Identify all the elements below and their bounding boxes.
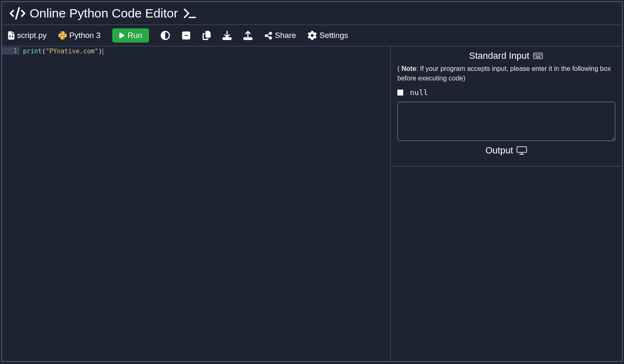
share-button[interactable]: Share [264, 31, 296, 40]
page-title: Online Python Code Editor [30, 6, 178, 20]
line-number: 1 [2, 47, 20, 55]
monitor-icon [516, 146, 527, 155]
keyboard-icon [533, 52, 543, 60]
copy-icon [202, 31, 211, 40]
code-line: print("PYnative.com") [23, 47, 390, 55]
minus-square-icon [182, 31, 191, 40]
download-icon [222, 31, 232, 40]
toolbar: script.py Python 3 Run [2, 25, 622, 46]
file-code-icon [8, 31, 15, 40]
svg-rect-12 [517, 147, 527, 153]
stop-icon [397, 90, 403, 95]
stdin-note: ( Note: If your program accepts input, p… [397, 64, 615, 83]
code-area[interactable]: print("PYnative.com") [23, 46, 390, 361]
settings-label: Settings [319, 31, 348, 40]
filename-label: script.py [17, 31, 47, 40]
download-button[interactable] [222, 31, 232, 40]
token-open-paren: ( [42, 48, 45, 55]
null-label: null [410, 88, 428, 97]
stdin-input[interactable] [397, 102, 615, 141]
gutter: 1 [2, 46, 23, 361]
filename-item[interactable]: script.py [8, 31, 47, 40]
language-item[interactable]: Python 3 [58, 31, 101, 40]
stdin-title-text: Standard Input [469, 50, 529, 61]
stdin-title: Standard Input [397, 50, 615, 61]
token-close-paren: ) [99, 48, 102, 55]
upload-icon [243, 31, 253, 40]
language-label: Python 3 [69, 31, 101, 40]
right-pane: Standard Input ( Note: If your program a… [390, 46, 622, 361]
run-button[interactable]: Run [112, 28, 149, 43]
terminal-icon [184, 8, 196, 19]
share-icon [264, 31, 273, 40]
app-frame: Online Python Code Editor script.py Pyth… [1, 1, 623, 362]
copy-button[interactable] [202, 31, 211, 40]
null-indicator: null [397, 88, 615, 97]
settings-button[interactable]: Settings [308, 31, 348, 40]
output-section [391, 166, 622, 361]
token-string: "PYnative.com" [45, 48, 98, 55]
contrast-icon [161, 31, 170, 40]
main: 1 print("PYnative.com") Standard Input (… [2, 46, 622, 361]
token-function: print [23, 48, 42, 55]
editor-pane[interactable]: 1 print("PYnative.com") [2, 46, 390, 361]
share-label: Share [275, 31, 296, 40]
theme-toggle-button[interactable] [161, 31, 170, 40]
gear-icon [308, 31, 317, 40]
python-icon [58, 31, 67, 40]
stdin-section: Standard Input ( Note: If your program a… [391, 46, 622, 166]
output-title-text: Output [485, 145, 513, 156]
code-icon [10, 7, 25, 20]
play-icon [119, 32, 125, 39]
output-title: Output [397, 145, 615, 156]
upload-button[interactable] [243, 31, 253, 40]
minimize-button[interactable] [182, 31, 191, 40]
text-cursor [103, 48, 103, 55]
header: Online Python Code Editor [2, 2, 622, 25]
run-label: Run [128, 31, 142, 40]
